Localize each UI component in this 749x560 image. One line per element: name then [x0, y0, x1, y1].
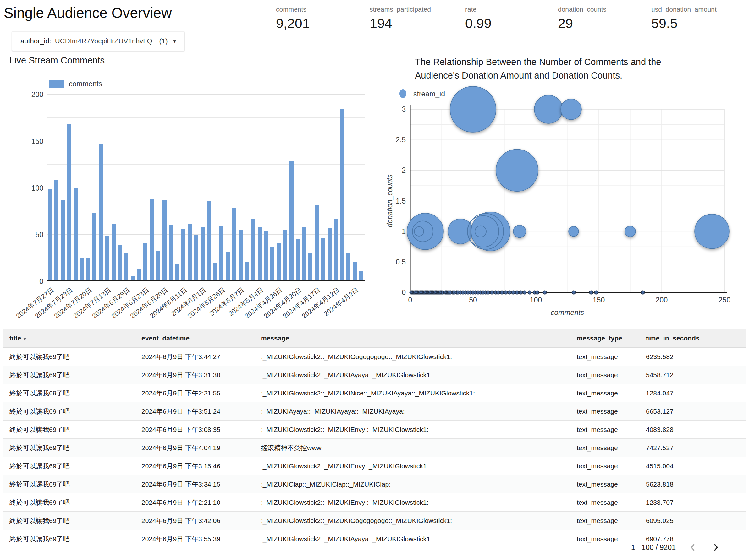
cell-message: :_MIZUKIClap::_MIZUKIClap::_MIZUKIClap:	[255, 480, 571, 488]
legend-marker-icon	[400, 89, 406, 98]
bar[interactable]	[156, 251, 160, 281]
bar[interactable]	[283, 230, 287, 281]
bar[interactable]	[118, 245, 122, 281]
bar[interactable]	[181, 229, 186, 281]
bar[interactable]	[80, 259, 84, 281]
data-point[interactable]	[504, 291, 508, 294]
bar[interactable]	[302, 227, 306, 281]
bar[interactable]	[239, 230, 243, 281]
bubble-data-point[interactable]	[496, 149, 538, 191]
cell-event-datetime: 2024年6月9日 下午4:04:19	[135, 444, 255, 452]
cell-message: :_MIZUKIGlowstick2::_MIZUKIGogogogogo::_…	[255, 353, 571, 361]
data-point[interactable]	[590, 291, 593, 294]
chevron-right-icon[interactable]	[710, 542, 721, 553]
bar[interactable]	[200, 227, 205, 281]
pagination-range: 1 - 100 / 9201	[631, 543, 676, 552]
bar[interactable]	[219, 225, 223, 281]
data-point[interactable]	[508, 291, 511, 294]
bar[interactable]	[346, 253, 350, 281]
bar[interactable]	[290, 161, 294, 281]
bar[interactable]	[327, 228, 331, 281]
bar[interactable]	[143, 243, 147, 281]
table-header-event_datetime[interactable]: event_datetime	[135, 335, 255, 342]
table-header-title[interactable]: title▾	[3, 335, 135, 342]
bubble-data-point[interactable]	[561, 99, 581, 120]
bar[interactable]	[73, 187, 78, 281]
bubble-data-point[interactable]	[534, 95, 563, 124]
bar[interactable]	[61, 200, 65, 281]
bar[interactable]	[48, 189, 52, 281]
data-point[interactable]	[595, 291, 598, 294]
bar[interactable]	[308, 253, 313, 281]
cell-message-type: text_message	[571, 371, 640, 379]
data-point[interactable]	[497, 291, 500, 294]
table-header-message[interactable]: message	[255, 335, 571, 342]
bar[interactable]	[131, 276, 135, 281]
bar[interactable]	[258, 227, 262, 281]
bar[interactable]	[137, 269, 141, 281]
x-axis-title: comments	[551, 309, 584, 317]
data-point[interactable]	[536, 291, 539, 294]
bar[interactable]	[353, 262, 357, 281]
author-id-filter-chip[interactable]: author_id: UCDIm4R7YocpiHrZUV1nhvLQ (1) …	[12, 31, 185, 51]
scatter-title-line1: The Relationship Between the Number of C…	[415, 55, 661, 69]
data-point[interactable]	[641, 291, 645, 294]
bar[interactable]	[340, 109, 344, 281]
table-row: 終於可以讓我69了吧2024年6月9日 下午2:21:55:_MIZUKIGlo…	[3, 384, 746, 402]
data-point[interactable]	[523, 291, 527, 294]
bar[interactable]	[55, 180, 59, 281]
bar[interactable]	[277, 243, 281, 281]
bubble-data-point[interactable]	[450, 86, 496, 132]
bar[interactable]	[251, 219, 255, 281]
x-axis-tick-label: 50	[469, 296, 477, 304]
data-point[interactable]	[512, 291, 515, 294]
bar[interactable]	[163, 200, 167, 281]
cell-time-in-seconds: 5623.818	[640, 480, 746, 488]
bar[interactable]	[124, 253, 128, 281]
bar[interactable]	[169, 225, 173, 281]
bar[interactable]	[207, 201, 211, 281]
data-point[interactable]	[528, 291, 532, 294]
table-header-message_type[interactable]: message_type	[571, 335, 640, 342]
bar[interactable]	[334, 219, 338, 281]
bubble-data-point[interactable]	[513, 225, 526, 238]
bar[interactable]	[213, 263, 217, 281]
cell-message: :_MIZUKIGlowstick2::_MIZUKIEnvy::_MIZUKI…	[255, 426, 571, 433]
data-point[interactable]	[543, 291, 547, 294]
bar[interactable]	[67, 124, 71, 281]
bar[interactable]	[99, 144, 103, 281]
bar[interactable]	[315, 205, 319, 281]
bubble-data-point[interactable]	[625, 226, 636, 237]
chevron-down-icon[interactable]: ▾	[173, 38, 176, 45]
data-point[interactable]	[515, 291, 519, 294]
bar[interactable]	[112, 224, 116, 281]
bar[interactable]	[245, 262, 249, 281]
bar[interactable]	[175, 264, 179, 281]
bar[interactable]	[232, 208, 236, 281]
bar[interactable]	[105, 236, 109, 281]
data-point[interactable]	[572, 291, 576, 294]
kpi-streams_participated: streams_participated194	[370, 6, 431, 31]
bar[interactable]	[270, 247, 274, 281]
bar[interactable]	[264, 231, 268, 281]
data-point[interactable]	[519, 291, 523, 294]
bar[interactable]	[321, 238, 325, 281]
bar[interactable]	[150, 199, 154, 281]
bar[interactable]	[194, 235, 198, 281]
bar[interactable]	[296, 239, 300, 281]
bubble-data-point[interactable]	[569, 226, 579, 237]
page-title: Single Audience Overview	[4, 4, 172, 21]
bubble-data-point[interactable]	[694, 214, 729, 249]
bar[interactable]	[92, 212, 97, 281]
data-point[interactable]	[487, 291, 490, 294]
table-header-time_in_seconds[interactable]: time_in_seconds	[640, 335, 746, 342]
bar[interactable]	[188, 224, 192, 281]
data-point[interactable]	[500, 291, 504, 294]
bar[interactable]	[226, 252, 230, 281]
data-point[interactable]	[490, 291, 494, 294]
bubble-chart: 05010015020025000.511.522.53commentsdona…	[383, 84, 745, 329]
bar[interactable]	[86, 259, 90, 281]
bar[interactable]	[359, 271, 363, 281]
bubble-data-point[interactable]	[448, 219, 473, 244]
chevron-left-icon[interactable]	[688, 542, 699, 553]
